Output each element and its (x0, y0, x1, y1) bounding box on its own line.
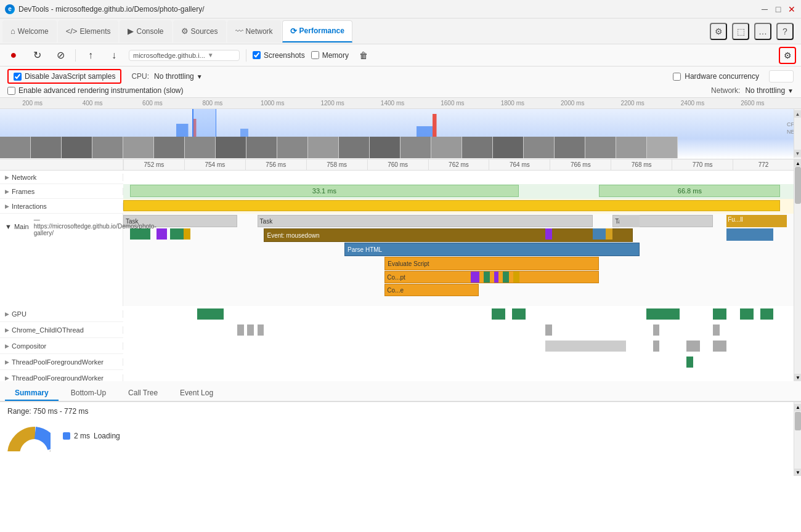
reload-button[interactable]: ↻ (28, 47, 46, 64)
frames-expand-icon[interactable]: ▶ (5, 188, 9, 195)
overview-chart[interactable]: CPU NET ▲ ▼ (0, 109, 801, 158)
screenshots-checkbox[interactable] (253, 51, 261, 59)
minimize-button[interactable]: ─ (760, 5, 769, 14)
memory-checkbox-label[interactable]: Memory (311, 51, 349, 60)
screenshot-thumb-4 (92, 137, 123, 158)
tick-2600ms: 2600 ms (723, 100, 783, 107)
tick-754ms: 754 ms (184, 159, 245, 170)
memory-checkbox[interactable] (311, 51, 319, 59)
disable-js-samples-checkbox-wrapper[interactable]: Disable JavaScript samples (7, 69, 121, 84)
bottom-scroll-up[interactable]: ▲ (794, 404, 801, 411)
screenshot-thumb-6 (154, 137, 185, 158)
tab-console[interactable]: ▶ Console (120, 20, 171, 42)
timeline-overview: 200 ms 400 ms 600 ms 800 ms 1000 ms 1200… (0, 98, 801, 159)
hardware-concurrency-checkbox[interactable] (673, 73, 681, 81)
tick-1600ms: 1600 ms (423, 100, 482, 107)
tab-bottom-up[interactable]: Bottom-Up (61, 386, 116, 401)
clear-button[interactable]: ⊘ (52, 47, 69, 64)
url-display[interactable]: microsoftedge.github.i... ▼ (129, 50, 240, 61)
chrome-child-expand-icon[interactable]: ▶ (5, 327, 9, 333)
main-expand-icon[interactable]: ▼ (5, 223, 12, 230)
screenshot-thumb-15 (431, 137, 462, 158)
help-button[interactable]: ? (776, 23, 794, 40)
gpu-expand-icon[interactable]: ▶ (5, 311, 9, 317)
track-interactions-content[interactable] (123, 199, 794, 214)
nav-tabs: ⌂ Welcome </> Elements ▶ Console ⚙ Sourc… (0, 18, 801, 44)
tab-summary[interactable]: Summary (5, 386, 59, 401)
timeline-scroll-down[interactable]: ▼ (794, 374, 801, 381)
track-threadpool-1-content[interactable] (123, 354, 794, 370)
close-button[interactable]: ✕ (787, 5, 796, 14)
track-gpu: ▶ GPU (0, 306, 801, 322)
network-expand-icon[interactable]: ▶ (5, 174, 9, 180)
mini-gold-1 (184, 228, 190, 240)
overview-scroll-up[interactable]: ▲ (794, 110, 802, 118)
restore-button[interactable]: □ (774, 5, 783, 14)
timeline-scroll-up[interactable]: ▲ (794, 159, 801, 167)
disable-js-samples-checkbox[interactable] (14, 73, 22, 81)
range-label: Range: 750 ms - 772 ms (7, 407, 794, 416)
dock-button[interactable]: ⬚ (732, 23, 749, 40)
tab-call-tree[interactable]: Call Tree (118, 386, 168, 401)
tab-network-label: Network (246, 27, 273, 36)
compositor-expand-icon[interactable]: ▶ (5, 343, 9, 349)
hardware-concurrency-label[interactable]: Hardware concurrency (673, 72, 759, 81)
hardware-concurrency-input[interactable]: 8 (769, 70, 794, 83)
screenshots-checkbox-label[interactable]: Screenshots (253, 51, 305, 60)
delete-recording-button[interactable]: 🗑 (355, 47, 372, 64)
tab-welcome[interactable]: ⌂ Welcome (2, 20, 57, 42)
cpu-throttle-dropdown[interactable]: No throttling ▼ (154, 72, 203, 81)
loading-dot (63, 432, 70, 440)
upload-button[interactable]: ↑ (82, 47, 99, 64)
tab-summary-label: Summary (15, 389, 49, 397)
track-threadpool-1: ▶ ThreadPoolForegroundWorker (0, 354, 801, 370)
enable-adv-rendering-label[interactable]: Enable advanced rendering instrumentatio… (7, 86, 184, 95)
bottom-scroll-down[interactable]: ▼ (794, 469, 801, 476)
child-io-block-4 (545, 324, 552, 336)
child-io-block-2 (247, 324, 254, 336)
tab-sources[interactable]: ⚙ Sources (173, 20, 226, 42)
co-e-label: Co...e (387, 287, 404, 294)
interactions-expand-icon[interactable]: ▶ (5, 203, 9, 209)
console-icon: ▶ (128, 26, 134, 36)
download-button[interactable]: ↓ (105, 47, 123, 64)
overview-scroll-down[interactable]: ▼ (794, 150, 802, 157)
track-compositor-content[interactable] (123, 338, 794, 354)
track-network-content[interactable] (123, 171, 794, 184)
track-frames-label: ▶ Frames (0, 188, 123, 195)
settings-gear-button[interactable]: ⚙ (779, 47, 796, 64)
tab-performance[interactable]: ⟳ Performance (282, 20, 352, 42)
track-main: ▼ Main — https://microsoftedge.github.io… (0, 214, 801, 306)
co-inner-green (484, 272, 490, 283)
event-mousedown: Event: mousedown (264, 228, 632, 242)
tab-welcome-label: Welcome (18, 27, 49, 36)
settings-nav-button[interactable]: ⚙ (710, 23, 727, 40)
tick-2200ms: 2200 ms (603, 100, 662, 107)
track-chrome-child-io-content[interactable] (123, 322, 794, 338)
more-button[interactable]: … (754, 23, 771, 40)
track-gpu-content[interactable] (123, 306, 794, 322)
gpu-block-3 (512, 308, 526, 320)
co-pt-block: Co...pt (384, 271, 599, 283)
network-throttle-dropdown[interactable]: No throttling ▼ (745, 86, 794, 95)
threadpool1-expand-icon[interactable]: ▶ (5, 359, 9, 365)
tab-elements-label: Elements (79, 27, 110, 36)
track-frames-content[interactable]: 33.1 ms 66.8 ms (123, 184, 794, 199)
threadpool2-expand-icon[interactable]: ▶ (5, 375, 9, 381)
track-compositor-label: ▶ Compositor (0, 342, 123, 350)
bottom-scroll-thumb[interactable] (795, 412, 801, 430)
record-button[interactable]: ● (5, 47, 22, 64)
tab-network[interactable]: 〰 Network (227, 20, 281, 42)
compositor-track-text: Compositor (12, 342, 46, 350)
track-threadpool-2-content[interactable] (123, 370, 794, 382)
tab-event-log[interactable]: Event Log (170, 386, 223, 401)
enable-adv-rendering-checkbox[interactable] (7, 87, 15, 95)
screenshot-thumb-18 (524, 137, 555, 158)
tab-elements[interactable]: </> Elements (58, 20, 119, 42)
track-main-content[interactable]: Task Task Task Fu...ll Event: mousedown (123, 214, 794, 306)
chrome-child-track-text: Chrome_ChildIOThread (12, 326, 84, 334)
track-threadpool-2-label: ▶ ThreadPoolForegroundWorker (0, 374, 123, 382)
sources-icon: ⚙ (181, 26, 189, 36)
timeline-scroll-thumb[interactable] (795, 167, 801, 204)
loading-label: Loading (94, 432, 120, 440)
